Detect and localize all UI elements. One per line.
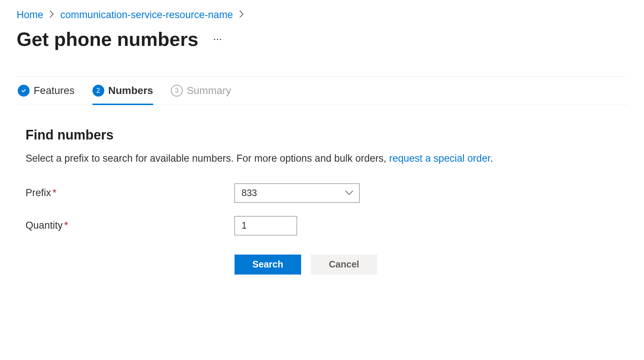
tab-label: Numbers (108, 85, 153, 97)
page-title: Get phone numbers (17, 28, 198, 50)
prefix-row: Prefix* (26, 184, 618, 203)
quantity-label: Quantity* (26, 220, 235, 231)
section-description: Select a prefix to search for available … (26, 152, 618, 166)
breadcrumb-home-link[interactable]: Home (17, 9, 43, 21)
search-button[interactable]: Search (235, 255, 301, 275)
tab-features[interactable]: Features (18, 77, 75, 105)
content-area: Find numbers Select a prefix to search f… (17, 105, 627, 275)
check-circle-icon (18, 85, 30, 97)
required-indicator: * (53, 187, 57, 198)
chevron-right-icon (239, 10, 244, 20)
quantity-input[interactable] (235, 216, 297, 235)
tab-label: Features (34, 85, 75, 97)
breadcrumb-resource-link[interactable]: communication-service-resource-name (60, 9, 233, 21)
cancel-button[interactable]: Cancel (311, 255, 377, 275)
tab-summary[interactable]: 3 Summary (171, 77, 231, 105)
quantity-row: Quantity* (26, 216, 618, 235)
step-number-icon: 2 (92, 85, 104, 97)
section-title: Find numbers (26, 127, 618, 143)
prefix-select-wrapper (235, 184, 360, 203)
step-number-icon: 3 (171, 85, 183, 97)
required-indicator: * (64, 220, 68, 231)
tab-label: Summary (187, 85, 231, 97)
tab-numbers[interactable]: 2 Numbers (92, 77, 153, 105)
button-row: Search Cancel (235, 255, 618, 275)
prefix-label: Prefix* (26, 187, 235, 199)
wizard-tabs: Features 2 Numbers 3 Summary (17, 76, 627, 105)
more-actions-button[interactable]: ⋯ (213, 34, 223, 44)
special-order-link[interactable]: request a special order (389, 153, 490, 164)
breadcrumb: Home communication-service-resource-name (17, 9, 627, 21)
chevron-right-icon (49, 10, 54, 20)
page-title-row: Get phone numbers ⋯ (17, 28, 627, 50)
prefix-select[interactable] (235, 184, 360, 203)
